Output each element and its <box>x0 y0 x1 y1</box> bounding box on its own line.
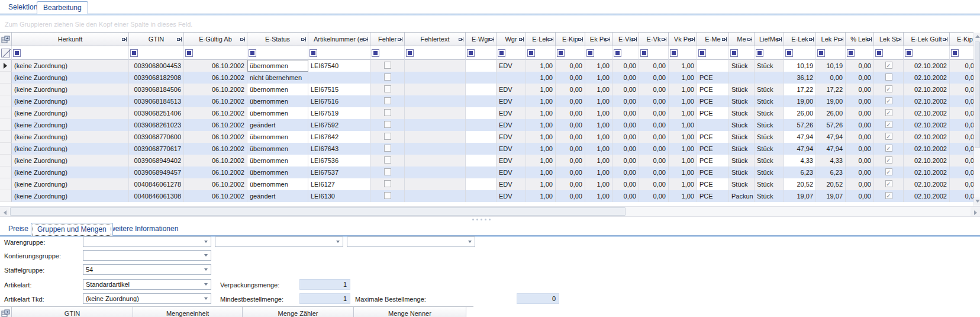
cell-pct_lek[interactable]: 0,00 <box>846 72 874 84</box>
column-header-e_status[interactable]: E-Status <box>247 33 308 46</box>
cell-lek_pr[interactable]: 47,94 <box>816 143 846 155</box>
horizontal-scrollbar[interactable] <box>0 206 980 217</box>
filter-condition-icon[interactable] <box>557 49 565 57</box>
cell-vk_pe[interactable]: 1,00 <box>669 178 697 190</box>
cell-e_lek_guelt[interactable]: 02.10.2002 <box>904 190 950 202</box>
cell-e_status[interactable]: übernommen <box>247 60 308 72</box>
filter-condition-icon[interactable] <box>13 49 21 57</box>
cell-gtin[interactable]: 0039068184506 <box>129 84 184 95</box>
cell-gtin[interactable]: 0040846061308 <box>129 190 184 202</box>
filter-cell-e_gueltig_ab[interactable] <box>184 46 247 60</box>
cell-e_me[interactable]: PCE <box>697 131 729 143</box>
cell-e_gueltig_ab[interactable]: 06.10.2002 <box>184 72 247 84</box>
cell-e_gueltig_ab[interactable]: 06.10.2002 <box>184 60 247 72</box>
checkbox-fehler-icon[interactable] <box>384 192 391 199</box>
scroll-down-button[interactable] <box>974 197 980 206</box>
filter-condition-icon[interactable] <box>586 49 594 57</box>
cell-e_lek2[interactable]: 26,00 <box>784 107 816 119</box>
cell-ek_pe[interactable]: 1,00 <box>585 107 612 119</box>
column-header-lek_pr[interactable]: Lek Pr <box>816 33 846 46</box>
pin-icon[interactable] <box>459 37 464 42</box>
cell-wgr[interactable]: EDV <box>497 119 526 131</box>
cell-lief_me[interactable]: Stück <box>755 155 784 166</box>
filter-cell-e_vk1[interactable] <box>612 46 639 60</box>
cell-ek_pe[interactable]: 1,00 <box>585 143 612 155</box>
cell-me[interactable]: Stück <box>729 131 755 143</box>
pin-icon[interactable] <box>398 37 403 42</box>
cell-e_wgr[interactable] <box>466 119 497 131</box>
filter-cell-e_kip2[interactable] <box>950 46 973 60</box>
cell-vk_pe[interactable]: 1,00 <box>669 60 697 72</box>
cell-e_vk1[interactable]: 0,00 <box>612 95 639 107</box>
cell-lief_me[interactable]: Stück <box>755 190 784 202</box>
table-row[interactable]: (keine Zuordnung)003906826102306.10.2002… <box>0 119 973 131</box>
cell-lek_pr[interactable]: 17,22 <box>816 84 846 95</box>
cell-fehler[interactable] <box>370 131 405 143</box>
table-row[interactable]: (keine Zuordnung)003906800445306.10.2002… <box>0 60 973 72</box>
cell-e_wgr[interactable] <box>466 190 497 202</box>
pin-icon[interactable] <box>777 37 782 42</box>
pin-icon[interactable] <box>240 37 246 42</box>
column-header-ek_pe[interactable]: Ek Pe <box>585 33 612 46</box>
cell-lek_st[interactable]: ✓ <box>874 95 904 107</box>
grid-corner-icon[interactable] <box>1 309 10 317</box>
pin-icon[interactable] <box>809 37 814 42</box>
checkbox-fehler-icon[interactable] <box>384 168 391 175</box>
column-header-me[interactable]: Me <box>729 33 755 46</box>
cell-e_status[interactable]: nicht übernehmen <box>247 72 308 84</box>
cell-wgr[interactable]: EDV <box>497 190 526 202</box>
filter-cell-e_lek2[interactable] <box>784 46 816 60</box>
filter-cell-lief_me[interactable] <box>755 46 784 60</box>
cell-e_lek_guelt[interactable]: 02.10.2002 <box>904 60 950 72</box>
pin-icon[interactable] <box>549 37 554 42</box>
artikelart-select[interactable]: Standardartikel <box>83 279 211 290</box>
cell-me[interactable]: Stück <box>729 178 755 190</box>
cell-lief_me[interactable]: Stück <box>755 107 784 119</box>
cell-me[interactable]: Packun <box>729 190 755 202</box>
cell-fehlertext[interactable] <box>405 131 466 143</box>
column-header-vk_pe[interactable]: Vk Pe <box>669 33 697 46</box>
row-selector[interactable] <box>0 84 12 95</box>
dropdown-arrow-icon[interactable] <box>201 251 210 260</box>
column-header-e_vk2[interactable]: E-Vk <box>639 33 669 46</box>
pin-icon[interactable] <box>177 37 182 42</box>
tab-gruppen-und-mengen[interactable]: Gruppen und Mengen <box>31 223 113 236</box>
cell-fehler[interactable] <box>370 72 405 84</box>
cell-vk_pe[interactable]: 1,00 <box>669 95 697 107</box>
checkbox-fehler-icon[interactable] <box>384 133 391 140</box>
bottom-column-header-0[interactable]: GTIN <box>12 307 133 317</box>
cell-e_gueltig_ab[interactable]: 06.10.2002 <box>184 155 247 166</box>
filter-cell-fehlertext[interactable] <box>405 46 466 60</box>
cell-fehler[interactable] <box>370 119 405 131</box>
cell-e_lek_guelt[interactable]: 02.10.2002 <box>904 143 950 155</box>
bottom-column-header-2[interactable]: Menge Zähler <box>243 307 354 317</box>
checkbox-lek_st-icon[interactable]: ✓ <box>885 97 892 104</box>
cell-e_status[interactable]: übernommen <box>247 143 308 155</box>
pane-splitter[interactable] <box>0 217 980 222</box>
cell-lek_pr[interactable]: 19,07 <box>816 190 846 202</box>
cell-e_kip2[interactable]: 0,00 <box>950 155 973 166</box>
cell-e_status[interactable]: geändert <box>247 190 308 202</box>
cell-e_gueltig_ab[interactable]: 06.10.2002 <box>184 178 247 190</box>
cell-me[interactable]: Stück <box>729 119 755 131</box>
cell-me[interactable]: Stück <box>729 107 755 119</box>
checkbox-fehler-icon[interactable] <box>384 156 391 164</box>
checkbox-lek_st-icon[interactable]: ✓ <box>885 133 892 140</box>
cell-pct_lek[interactable]: 0,00 <box>846 190 874 202</box>
cell-e_status[interactable]: übernommen <box>247 155 308 166</box>
cell-herkunft[interactable]: (keine Zuordnung) <box>12 190 129 202</box>
cell-e_kip1[interactable]: 0,00 <box>556 84 585 95</box>
pin-icon[interactable] <box>839 37 844 42</box>
cell-e_vk1[interactable]: 0,00 <box>612 131 639 143</box>
table-row[interactable]: (keine Zuordnung)004084606127806.10.2002… <box>0 178 973 190</box>
cell-vk_pe[interactable]: 1,00 <box>669 107 697 119</box>
filter-cell-e_kip1[interactable] <box>556 46 585 60</box>
filter-condition-icon[interactable] <box>951 49 959 57</box>
cell-vk_pe[interactable]: 1,00 <box>669 72 697 84</box>
checkbox-fehler-icon[interactable] <box>384 97 391 104</box>
cell-e_vk2[interactable]: 0,00 <box>639 190 669 202</box>
bottom-column-header-1[interactable]: Mengeneinheit <box>133 307 243 317</box>
dropdown-arrow-icon[interactable] <box>201 280 210 289</box>
pin-icon[interactable] <box>943 37 948 42</box>
table-row[interactable]: (keine Zuordnung)004084606130806.10.2002… <box>0 190 973 202</box>
